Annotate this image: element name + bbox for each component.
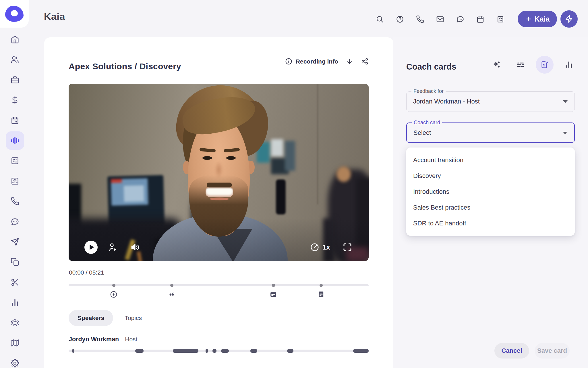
sidebar-item-opportunities[interactable] [6, 91, 24, 109]
dropdown-option[interactable]: Account transition [406, 152, 575, 168]
save-card-button[interactable]: Save card [535, 343, 570, 359]
sidebar-item-meetings[interactable] [6, 111, 24, 130]
quotes-marker-icon[interactable] [168, 290, 176, 298]
gear-icon [11, 359, 19, 367]
sidebar-item-reports[interactable] [6, 293, 24, 312]
coach-card-dropdown-menu: Account transitionDiscoveryIntroductions… [406, 147, 575, 236]
sidebar-item-playbooks[interactable] [6, 334, 24, 352]
feedback-for-select[interactable]: Feedback for Jordan Workman - Host [406, 91, 575, 112]
topbar: Kaia Kaia [0, 0, 588, 38]
sidebar [0, 30, 30, 368]
dropdown-option[interactable]: Discovery [406, 168, 575, 184]
talk-segment [250, 349, 257, 353]
video-player[interactable]: 1x [69, 84, 369, 261]
analytics-view-button[interactable] [560, 56, 578, 74]
fullscreen-button[interactable] [342, 242, 353, 252]
phone-icon[interactable] [416, 15, 424, 23]
timeline-markers [69, 290, 369, 300]
mail-icon[interactable] [436, 15, 444, 23]
progress-marker-dot[interactable] [272, 284, 275, 287]
outreach-logo-icon [5, 6, 24, 22]
app-title: Kaia [44, 11, 65, 22]
sidebar-item-accounts[interactable] [6, 71, 24, 89]
bar-chart-icon [564, 60, 573, 69]
skip-to-speaker-button[interactable] [108, 242, 118, 252]
progress-marker-dot[interactable] [112, 284, 115, 287]
info-icon [285, 57, 293, 65]
sidebar-item-texts[interactable] [6, 212, 24, 231]
progress-marker-dot[interactable] [170, 284, 173, 287]
feedback-for-value: Jordan Workman - Host [413, 98, 480, 105]
tab-topics[interactable]: Topics [113, 310, 153, 326]
copy-icon [11, 258, 19, 266]
filter-view-button[interactable] [512, 56, 529, 74]
arrow-down-icon [346, 57, 353, 65]
speaker-eye [202, 156, 212, 160]
sidebar-item-team[interactable] [6, 313, 24, 332]
calendar-event-icon [11, 116, 19, 125]
speaker-smile [206, 187, 233, 197]
recording-info-label: Recording info [296, 58, 338, 65]
add-kaia-button[interactable]: Kaia [518, 11, 557, 27]
speaker-name: Jordyn Workman [69, 336, 119, 343]
volume-button[interactable] [130, 242, 140, 252]
quick-actions-button[interactable] [560, 10, 578, 28]
share-button[interactable] [361, 57, 369, 65]
talk-segment [135, 349, 144, 353]
talk-segment [212, 349, 217, 353]
background-bottle [276, 179, 286, 214]
progress-bar[interactable] [69, 284, 369, 286]
dropdown-option[interactable]: Introductions [406, 184, 575, 200]
sidebar-item-templates[interactable] [6, 253, 24, 271]
video-controls: 1x [69, 234, 369, 261]
ai-sparkles-button[interactable] [488, 56, 505, 74]
coach-panel-icon-row [488, 56, 578, 74]
progress-marker-dot[interactable] [320, 284, 323, 287]
tab-speakers[interactable]: Speakers [69, 310, 113, 326]
playback-speed-button[interactable]: 1x [310, 242, 330, 252]
share-icon [361, 57, 369, 65]
talk-segment [221, 349, 229, 353]
sidebar-item-outbox[interactable] [6, 172, 24, 190]
talk-segment [353, 349, 369, 353]
users-icon [11, 55, 19, 64]
coach-card-view-button[interactable] [536, 56, 554, 74]
speaker-talk-track[interactable] [69, 350, 369, 352]
notes-marker-icon[interactable] [317, 290, 325, 298]
speaker-role: Host [125, 336, 137, 343]
dropdown-caret-icon [563, 132, 567, 134]
sidebar-item-contacts[interactable] [6, 50, 24, 69]
sidebar-item-calls[interactable] [6, 192, 24, 210]
recording-info-button[interactable]: Recording info [285, 57, 338, 65]
app-logo[interactable] [0, 0, 29, 28]
sidebar-item-snippets[interactable] [6, 273, 24, 292]
dollar-icon [11, 96, 19, 104]
coach-cards-title: Coach cards [406, 62, 456, 72]
search-icon[interactable] [376, 15, 384, 23]
sidebar-item-sequences[interactable] [6, 233, 24, 251]
tasks-icon[interactable] [496, 15, 504, 23]
card-marker-icon[interactable] [269, 290, 277, 298]
cancel-button[interactable]: Cancel [494, 343, 529, 359]
sidebar-item-settings[interactable] [6, 354, 24, 368]
dropdown-option[interactable]: SDR to AE handoff [406, 215, 575, 231]
checklist-card-icon [11, 156, 19, 165]
sidebar-item-home[interactable] [6, 30, 24, 49]
dropdown-option[interactable]: Sales Best practices [406, 200, 575, 215]
briefcase-icon [11, 76, 19, 84]
speaker-eye [226, 156, 236, 160]
scissors-icon [11, 278, 19, 287]
sidebar-item-tasks[interactable] [6, 152, 24, 170]
chat-icon[interactable] [456, 15, 464, 23]
wall-seam [317, 84, 318, 204]
bar-chart-icon [11, 298, 19, 307]
play-button[interactable] [84, 241, 98, 254]
talk-segment [173, 349, 199, 353]
bolt-circle-marker-icon[interactable] [110, 290, 118, 298]
calendar-icon[interactable] [476, 15, 484, 23]
speaker-lip [210, 198, 229, 200]
download-button[interactable] [346, 57, 353, 65]
help-icon[interactable] [396, 15, 404, 23]
sidebar-item-conversations[interactable] [6, 131, 24, 150]
coach-card-select[interactable]: Coach card Select [406, 122, 575, 143]
